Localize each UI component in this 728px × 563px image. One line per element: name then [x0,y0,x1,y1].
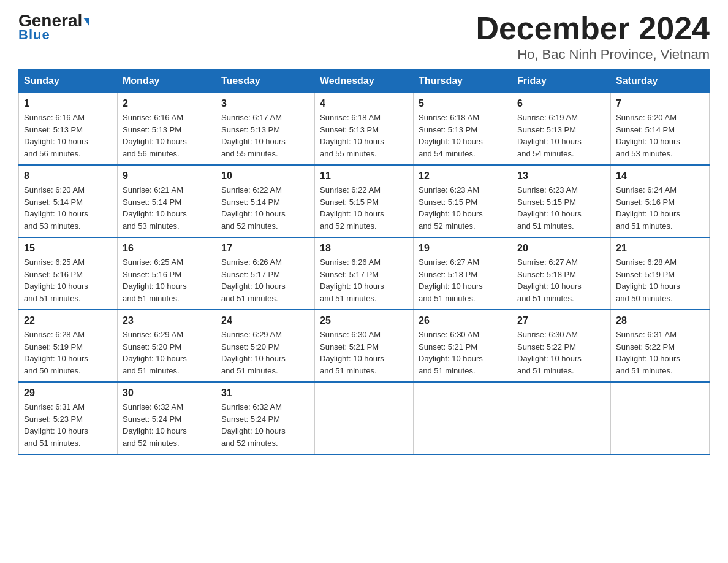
day-number: 14 [616,170,704,182]
day-number: 6 [517,98,605,109]
day-number: 2 [123,98,211,109]
day-info: Sunrise: 6:27 AM Sunset: 5:18 PM Dayligh… [517,256,605,304]
day-number: 16 [123,243,211,254]
day-number: 21 [616,243,704,254]
day-info: Sunrise: 6:30 AM Sunset: 5:22 PM Dayligh… [517,329,605,377]
calendar-cell: 2Sunrise: 6:16 AM Sunset: 5:13 PM Daylig… [118,93,216,166]
day-info: Sunrise: 6:28 AM Sunset: 5:19 PM Dayligh… [24,329,112,377]
calendar-cell: 14Sunrise: 6:24 AM Sunset: 5:16 PM Dayli… [611,165,710,237]
day-info: Sunrise: 6:19 AM Sunset: 5:13 PM Dayligh… [517,112,605,159]
day-info: Sunrise: 6:17 AM Sunset: 5:13 PM Dayligh… [221,112,309,159]
day-info: Sunrise: 6:21 AM Sunset: 5:14 PM Dayligh… [123,184,211,232]
calendar-week-row: 29Sunrise: 6:31 AM Sunset: 5:23 PM Dayli… [19,382,710,454]
weekday-header-row: SundayMondayTuesdayWednesdayThursdayFrid… [19,69,710,93]
day-number: 19 [419,243,507,254]
calendar-cell: 28Sunrise: 6:31 AM Sunset: 5:22 PM Dayli… [611,310,710,382]
day-number: 9 [123,170,211,182]
day-number: 20 [517,243,605,254]
day-number: 3 [221,98,309,109]
calendar-cell: 3Sunrise: 6:17 AM Sunset: 5:13 PM Daylig… [216,93,315,166]
day-number: 28 [616,315,704,326]
weekday-header-sunday: Sunday [19,69,118,93]
day-number: 31 [221,388,309,399]
day-number: 24 [221,315,309,326]
day-number: 26 [419,315,507,326]
day-info: Sunrise: 6:25 AM Sunset: 5:16 PM Dayligh… [123,256,211,304]
day-info: Sunrise: 6:29 AM Sunset: 5:20 PM Dayligh… [221,329,309,377]
day-info: Sunrise: 6:27 AM Sunset: 5:18 PM Dayligh… [419,256,507,304]
calendar-cell: 10Sunrise: 6:22 AM Sunset: 5:14 PM Dayli… [216,165,315,237]
day-info: Sunrise: 6:25 AM Sunset: 5:16 PM Dayligh… [24,256,112,304]
day-number: 22 [24,315,112,326]
calendar-cell: 25Sunrise: 6:30 AM Sunset: 5:21 PM Dayli… [315,310,414,382]
day-info: Sunrise: 6:31 AM Sunset: 5:22 PM Dayligh… [616,329,704,377]
day-info: Sunrise: 6:18 AM Sunset: 5:13 PM Dayligh… [419,112,507,159]
weekday-header-wednesday: Wednesday [315,69,414,93]
calendar-cell: 8Sunrise: 6:20 AM Sunset: 5:14 PM Daylig… [19,165,118,237]
calendar-cell: 27Sunrise: 6:30 AM Sunset: 5:22 PM Dayli… [512,310,611,382]
calendar-cell: 22Sunrise: 6:28 AM Sunset: 5:19 PM Dayli… [19,310,118,382]
day-number: 11 [320,170,408,182]
day-info: Sunrise: 6:23 AM Sunset: 5:15 PM Dayligh… [517,184,605,232]
day-info: Sunrise: 6:23 AM Sunset: 5:15 PM Dayligh… [419,184,507,232]
calendar-table: SundayMondayTuesdayWednesdayThursdayFrid… [18,69,710,455]
day-info: Sunrise: 6:32 AM Sunset: 5:24 PM Dayligh… [221,401,309,449]
weekday-header-monday: Monday [118,69,216,93]
calendar-cell: 29Sunrise: 6:31 AM Sunset: 5:23 PM Dayli… [19,382,118,454]
day-info: Sunrise: 6:29 AM Sunset: 5:20 PM Dayligh… [123,329,211,377]
calendar-week-row: 15Sunrise: 6:25 AM Sunset: 5:16 PM Dayli… [19,237,710,310]
day-info: Sunrise: 6:20 AM Sunset: 5:14 PM Dayligh… [24,184,112,232]
day-info: Sunrise: 6:22 AM Sunset: 5:14 PM Dayligh… [221,184,309,232]
calendar-cell: 21Sunrise: 6:28 AM Sunset: 5:19 PM Dayli… [611,237,710,310]
calendar-cell: 31Sunrise: 6:32 AM Sunset: 5:24 PM Dayli… [216,382,315,454]
day-info: Sunrise: 6:32 AM Sunset: 5:24 PM Dayligh… [123,401,211,449]
day-info: Sunrise: 6:26 AM Sunset: 5:17 PM Dayligh… [221,256,309,304]
calendar-cell: 13Sunrise: 6:23 AM Sunset: 5:15 PM Dayli… [512,165,611,237]
calendar-cell [611,382,710,454]
day-info: Sunrise: 6:28 AM Sunset: 5:19 PM Dayligh… [616,256,704,304]
calendar-cell: 15Sunrise: 6:25 AM Sunset: 5:16 PM Dayli… [19,237,118,310]
calendar-cell: 5Sunrise: 6:18 AM Sunset: 5:13 PM Daylig… [414,93,512,166]
calendar-cell [414,382,512,454]
calendar-cell: 9Sunrise: 6:21 AM Sunset: 5:14 PM Daylig… [118,165,216,237]
calendar-cell [512,382,611,454]
day-info: Sunrise: 6:22 AM Sunset: 5:15 PM Dayligh… [320,184,408,232]
calendar-cell: 24Sunrise: 6:29 AM Sunset: 5:20 PM Dayli… [216,310,315,382]
day-info: Sunrise: 6:26 AM Sunset: 5:17 PM Dayligh… [320,256,408,304]
page-header: General Blue December 2024 Ho, Bac Ninh … [18,12,710,63]
day-info: Sunrise: 6:16 AM Sunset: 5:13 PM Dayligh… [24,112,112,159]
calendar-cell: 30Sunrise: 6:32 AM Sunset: 5:24 PM Dayli… [118,382,216,454]
day-number: 30 [123,388,211,399]
calendar-cell: 12Sunrise: 6:23 AM Sunset: 5:15 PM Dayli… [414,165,512,237]
day-info: Sunrise: 6:30 AM Sunset: 5:21 PM Dayligh… [320,329,408,377]
day-number: 17 [221,243,309,254]
calendar-cell: 18Sunrise: 6:26 AM Sunset: 5:17 PM Dayli… [315,237,414,310]
calendar-cell: 26Sunrise: 6:30 AM Sunset: 5:21 PM Dayli… [414,310,512,382]
day-number: 8 [24,170,112,182]
day-number: 27 [517,315,605,326]
logo-blue: Blue [18,27,50,43]
calendar-cell: 4Sunrise: 6:18 AM Sunset: 5:13 PM Daylig… [315,93,414,166]
calendar-cell: 20Sunrise: 6:27 AM Sunset: 5:18 PM Dayli… [512,237,611,310]
weekday-header-thursday: Thursday [414,69,512,93]
day-number: 18 [320,243,408,254]
day-info: Sunrise: 6:16 AM Sunset: 5:13 PM Dayligh… [123,112,211,159]
month-title: December 2024 [476,12,710,44]
calendar-cell: 1Sunrise: 6:16 AM Sunset: 5:13 PM Daylig… [19,93,118,166]
logo: General Blue [18,12,89,43]
calendar-week-row: 8Sunrise: 6:20 AM Sunset: 5:14 PM Daylig… [19,165,710,237]
calendar-cell: 23Sunrise: 6:29 AM Sunset: 5:20 PM Dayli… [118,310,216,382]
day-number: 23 [123,315,211,326]
calendar-cell [315,382,414,454]
day-info: Sunrise: 6:30 AM Sunset: 5:21 PM Dayligh… [419,329,507,377]
weekday-header-tuesday: Tuesday [216,69,315,93]
day-info: Sunrise: 6:18 AM Sunset: 5:13 PM Dayligh… [320,112,408,159]
weekday-header-friday: Friday [512,69,611,93]
calendar-cell: 17Sunrise: 6:26 AM Sunset: 5:17 PM Dayli… [216,237,315,310]
day-number: 13 [517,170,605,182]
day-number: 10 [221,170,309,182]
title-area: December 2024 Ho, Bac Ninh Province, Vie… [476,12,710,63]
day-number: 4 [320,98,408,109]
calendar-cell: 6Sunrise: 6:19 AM Sunset: 5:13 PM Daylig… [512,93,611,166]
day-number: 12 [419,170,507,182]
